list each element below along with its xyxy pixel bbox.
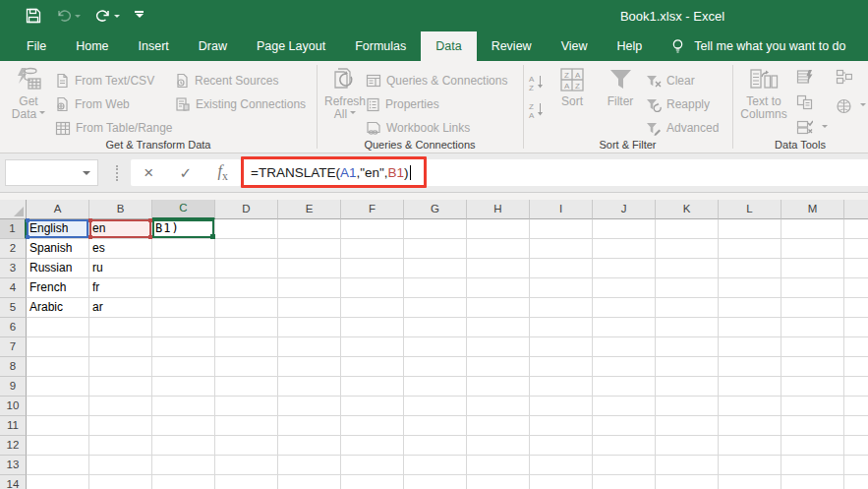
sort-a-to-z-button[interactable]: A Z (528, 74, 545, 91)
cell-F10[interactable] (341, 397, 404, 416)
cell-J4[interactable] (593, 278, 656, 298)
column-header-J[interactable]: J (593, 200, 656, 219)
cell-B1[interactable]: en (89, 219, 152, 239)
cell-B9[interactable] (89, 377, 152, 397)
reapply-filter-button[interactable]: Reapply (646, 94, 710, 114)
cell-F2[interactable] (341, 239, 404, 259)
cell-I12[interactable] (530, 436, 593, 456)
cell-H8[interactable] (467, 357, 530, 377)
cell-L12[interactable] (719, 436, 781, 456)
cell-G11[interactable] (404, 416, 467, 436)
cell-M13[interactable] (781, 456, 844, 475)
cell-F3[interactable] (341, 259, 404, 278)
cell-J6[interactable] (593, 318, 656, 337)
cell-partial[interactable] (844, 239, 868, 259)
customize-quick-access-toolbar-button[interactable] (135, 11, 144, 22)
cell-L11[interactable] (719, 416, 781, 436)
cell-A14[interactable] (27, 475, 89, 489)
cell-J11[interactable] (593, 416, 656, 436)
cell-K6[interactable] (656, 318, 719, 337)
cell-K1[interactable] (656, 219, 719, 239)
cell-K8[interactable] (656, 357, 719, 377)
tab-insert[interactable]: Insert (124, 31, 184, 61)
cell-D2[interactable] (215, 239, 278, 259)
cell-E8[interactable] (278, 357, 341, 377)
cell-L6[interactable] (719, 318, 781, 337)
cell-H13[interactable] (467, 456, 530, 475)
column-header-H[interactable]: H (467, 200, 530, 219)
cell-M6[interactable] (781, 318, 844, 337)
cell-I13[interactable] (530, 456, 593, 475)
advanced-filter-button[interactable]: Advanced (646, 118, 719, 138)
cell-F14[interactable] (341, 475, 404, 489)
row-header-9[interactable]: 9 (0, 377, 27, 397)
cell-L14[interactable] (719, 475, 781, 489)
cell-J1[interactable] (593, 219, 656, 239)
cell-I4[interactable] (530, 278, 593, 298)
cell-D4[interactable] (215, 278, 278, 298)
cell-H1[interactable] (467, 219, 530, 239)
sort-button[interactable]: Z A A Z Sort (552, 67, 592, 108)
cell-G3[interactable] (404, 259, 467, 278)
cell-I10[interactable] (530, 397, 593, 416)
cell-D12[interactable] (215, 436, 278, 456)
select-all-button[interactable] (0, 200, 27, 219)
tab-file[interactable]: File (12, 31, 61, 61)
cell-K13[interactable] (656, 456, 719, 475)
cell-D13[interactable] (215, 456, 278, 475)
tab-review[interactable]: Review (477, 31, 547, 61)
cell-partial[interactable] (844, 298, 868, 318)
cell-E12[interactable] (278, 436, 341, 456)
cell-C5[interactable] (152, 298, 215, 318)
remove-duplicates-button[interactable] (796, 94, 813, 110)
tab-data[interactable]: Data (421, 31, 476, 61)
data-model-button[interactable] (836, 98, 866, 114)
cell-B7[interactable] (89, 337, 152, 357)
formula-input[interactable]: =TRANSLATE(A1,"en",B1) (243, 159, 868, 186)
cell-H5[interactable] (467, 298, 530, 318)
cell-C3[interactable] (152, 259, 215, 278)
cell-F13[interactable] (341, 456, 404, 475)
cell-C9[interactable] (152, 377, 215, 397)
selection-handle[interactable] (26, 235, 29, 239)
cell-G5[interactable] (404, 298, 467, 318)
cell-I7[interactable] (530, 337, 593, 357)
cell-B3[interactable]: ru (89, 259, 152, 278)
name-box-dropdown-icon[interactable] (83, 171, 90, 179)
cell-D14[interactable] (215, 475, 278, 489)
cell-H10[interactable] (467, 397, 530, 416)
cell-F9[interactable] (341, 377, 404, 397)
cell-A7[interactable] (27, 337, 89, 357)
save-button[interactable] (26, 8, 41, 24)
cell-G1[interactable] (404, 219, 467, 239)
cell-J10[interactable] (593, 397, 656, 416)
enter-button[interactable]: ✓ (180, 165, 193, 180)
column-header-partial[interactable] (844, 200, 868, 219)
from-text-csv-button[interactable]: From Text/CSV (55, 71, 154, 91)
cell-F1[interactable] (341, 219, 404, 239)
cell-J12[interactable] (593, 436, 656, 456)
cell-D8[interactable] (215, 357, 278, 377)
cell-A10[interactable] (27, 397, 89, 416)
cell-E5[interactable] (278, 298, 341, 318)
cell-partial[interactable] (844, 475, 868, 489)
cancel-button[interactable]: × (144, 164, 153, 181)
cell-K12[interactable] (656, 436, 719, 456)
row-header-13[interactable]: 13 (0, 456, 27, 475)
tab-page-layout[interactable]: Page Layout (242, 31, 340, 61)
cell-F12[interactable] (341, 436, 404, 456)
row-header-14[interactable]: 14 (0, 475, 27, 489)
cell-C7[interactable] (152, 337, 215, 357)
cell-M11[interactable] (781, 416, 844, 436)
cell-E11[interactable] (278, 416, 341, 436)
cell-H12[interactable] (467, 436, 530, 456)
cell-K5[interactable] (656, 298, 719, 318)
column-header-L[interactable]: L (719, 200, 781, 219)
cell-M5[interactable] (781, 298, 844, 318)
cell-A8[interactable] (27, 357, 89, 377)
row-header-11[interactable]: 11 (0, 416, 27, 436)
redo-button[interactable] (95, 9, 120, 23)
cell-C2[interactable] (152, 239, 215, 259)
cell-D11[interactable] (215, 416, 278, 436)
cell-M10[interactable] (781, 397, 844, 416)
